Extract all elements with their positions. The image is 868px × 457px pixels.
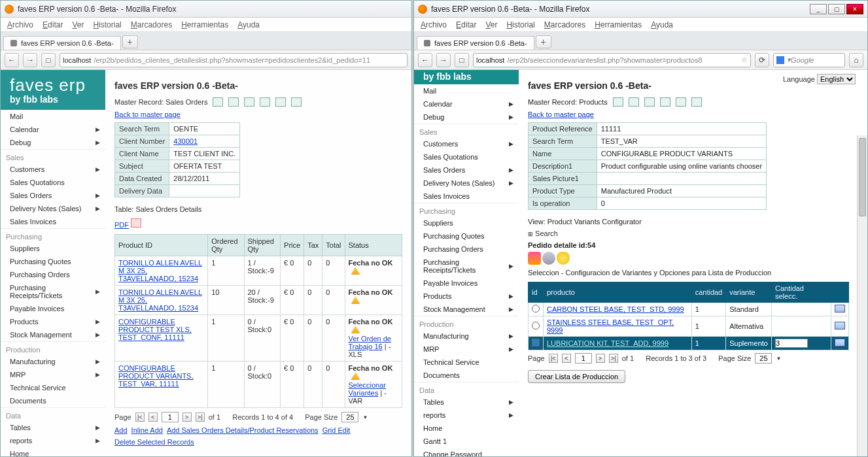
- sidebar-item[interactable]: Change Password: [414, 448, 519, 456]
- language-selector[interactable]: Language English: [783, 74, 856, 84]
- bulb-icon[interactable]: [557, 252, 570, 265]
- search-link[interactable]: Search: [535, 229, 558, 237]
- product-link[interactable]: TORNILLO ALLEN AVELL M 3X 25, T3AVELLANA…: [118, 259, 202, 282]
- sidebar-item[interactable]: Sales Invoices: [1, 215, 105, 228]
- action-icon[interactable]: [691, 97, 702, 107]
- qty-input[interactable]: [775, 339, 808, 348]
- browser-tab[interactable]: faves ERP version 0.6 -Beta-: [417, 36, 534, 50]
- sidebar-item[interactable]: Manufacturing▶: [414, 330, 519, 343]
- tool-icon[interactable]: [528, 252, 541, 265]
- sidebar-item[interactable]: Delivery Notes (Sales)▶: [414, 177, 519, 190]
- sidebar-item[interactable]: Purchasing Orders: [414, 243, 519, 256]
- sidebar-item[interactable]: Stock Management▶: [414, 303, 519, 316]
- close-button[interactable]: ✕: [846, 4, 863, 14]
- sidebar-item[interactable]: Home: [1, 447, 105, 456]
- menu-item[interactable]: Editar: [456, 20, 476, 29]
- product-link[interactable]: CARBON STEEL BASE, TEST_STD, 9999: [547, 305, 684, 313]
- action-icon[interactable]: [613, 97, 623, 107]
- menubar[interactable]: ArchivoEditarVerHistorialMarcadoresHerra…: [414, 18, 867, 32]
- menu-item[interactable]: Editar: [43, 20, 63, 29]
- back-link[interactable]: Back to master page: [528, 110, 594, 118]
- sidebar-item[interactable]: Suppliers: [1, 242, 105, 255]
- product-link[interactable]: CONFIGURABLE PRODUCT TEST XLS, TEST_CONF…: [118, 318, 192, 341]
- next-page-button[interactable]: >: [182, 413, 192, 422]
- browser-tab[interactable]: faves ERP version 0.6 -Beta-: [3, 36, 121, 50]
- col-header[interactable]: Cantidad selecc.: [771, 282, 831, 303]
- page-input[interactable]: [575, 353, 592, 364]
- maximize-button[interactable]: ▢: [828, 4, 845, 14]
- sidebar-item[interactable]: Debug▶: [414, 110, 519, 124]
- sidebar-item[interactable]: Manufacturing▶: [1, 355, 105, 368]
- product-link[interactable]: CONFIGURABLE PRODUCT VARIANTS, TEST_VAR,…: [118, 364, 194, 388]
- titlebar[interactable]: faves ERP version 0.6 -Beta- - Mozilla F…: [1, 1, 411, 18]
- sidebar-item[interactable]: Sales Quotations: [414, 150, 519, 163]
- menu-item[interactable]: Historial: [93, 20, 121, 29]
- menu-item[interactable]: Herramientas: [181, 20, 228, 29]
- url-bar[interactable]: localhost/erp2b/pedidos_clientes_detalle…: [60, 53, 408, 67]
- url-bar[interactable]: localhost/erp2b/selecciondevarianteslist…: [473, 53, 751, 67]
- page-icon-button[interactable]: □: [41, 53, 56, 67]
- row-action-icon[interactable]: [835, 339, 845, 347]
- action-icon[interactable]: [260, 97, 270, 107]
- create-list-button[interactable]: Crear Lista de Produccion: [528, 370, 625, 383]
- wrench-icon[interactable]: [542, 252, 555, 265]
- sidebar-item[interactable]: Payable Invoices: [1, 302, 105, 315]
- minimize-button[interactable]: _: [810, 4, 827, 14]
- page-size-input[interactable]: [755, 353, 772, 364]
- product-link[interactable]: LUBRICATION KIT, TEST_ADD, 9999: [547, 339, 668, 347]
- sidebar-item[interactable]: Sales Invoices: [414, 190, 519, 203]
- status-link[interactable]: Seleccionar Variantes: [349, 381, 386, 397]
- page-icon-button[interactable]: □: [455, 53, 469, 67]
- sidebar-item[interactable]: Purchasing Receipts/Tickets▶: [1, 281, 105, 302]
- product-link[interactable]: TORNILLO ALLEN AVELL M 3X 25, T3AVELLANA…: [118, 288, 202, 312]
- menu-item[interactable]: Ver: [72, 20, 84, 29]
- col-header[interactable]: Tax: [304, 235, 322, 256]
- action-icon[interactable]: [660, 97, 670, 107]
- sidebar-item[interactable]: Calendar▶: [414, 97, 519, 110]
- status-link[interactable]: Ver Orden de Trabajo 16: [349, 335, 391, 350]
- table-row[interactable]: LUBRICATION KIT, TEST_ADD, 99991Suplemen…: [529, 337, 849, 350]
- action-icon[interactable]: [291, 97, 302, 107]
- first-page-button[interactable]: |<: [549, 354, 558, 363]
- menu-item[interactable]: Ayuda: [651, 20, 673, 29]
- new-tab-button[interactable]: +: [122, 35, 138, 48]
- col-header[interactable]: Product ID: [115, 235, 208, 256]
- action-icon[interactable]: [244, 97, 254, 107]
- sidebar-item[interactable]: Mail: [414, 84, 519, 97]
- new-tab-button[interactable]: +: [536, 35, 551, 48]
- sidebar-item[interactable]: reports▶: [414, 409, 519, 422]
- sidebar-item[interactable]: Documents: [1, 394, 105, 407]
- menu-item[interactable]: Archivo: [421, 20, 447, 29]
- col-header[interactable]: cantidad: [691, 282, 726, 303]
- prev-page-button[interactable]: <: [148, 413, 158, 422]
- col-header[interactable]: Price: [281, 235, 304, 256]
- sidebar-item[interactable]: Delivery Notes (Sales)▶: [1, 202, 105, 215]
- page-input[interactable]: [162, 412, 179, 422]
- sidebar-item[interactable]: Purchasing Quotes: [1, 255, 105, 268]
- sidebar-item[interactable]: Products▶: [1, 315, 105, 328]
- sidebar-item[interactable]: MRP▶: [414, 343, 519, 356]
- col-header[interactable]: Ordered Qty: [208, 235, 244, 256]
- col-header[interactable]: producto: [544, 282, 692, 303]
- sidebar-item[interactable]: Purchasing Quotes: [414, 229, 519, 243]
- tabstrip[interactable]: faves ERP version 0.6 -Beta- +: [414, 32, 867, 50]
- sidebar-item[interactable]: Gantt 1: [414, 435, 519, 448]
- menu-item[interactable]: Archivo: [7, 20, 33, 29]
- action-icon[interactable]: [629, 97, 639, 107]
- sidebar-item[interactable]: Debug▶: [1, 136, 105, 149]
- sidebar-item[interactable]: Suppliers: [414, 216, 519, 229]
- sidebar-item[interactable]: Sales Orders▶: [414, 163, 519, 177]
- sidebar-item[interactable]: Stock Management▶: [1, 328, 105, 341]
- sidebar-item[interactable]: Sales Quotations: [1, 176, 105, 189]
- action-icon[interactable]: [213, 97, 223, 107]
- col-header[interactable]: variante: [726, 282, 772, 303]
- back-link[interactable]: Back to master page: [114, 110, 181, 118]
- forward-button[interactable]: →: [436, 53, 451, 67]
- row-radio[interactable]: [532, 305, 540, 313]
- pdf-link[interactable]: PDF: [114, 221, 129, 229]
- menu-item[interactable]: Ver: [485, 20, 497, 29]
- titlebar[interactable]: faves ERP version 0.6 -Beta- - Mozilla F…: [414, 1, 867, 18]
- row-action-icon[interactable]: [835, 305, 845, 313]
- prev-page-button[interactable]: <: [562, 354, 571, 363]
- sidebar-item[interactable]: Customers▶: [414, 137, 519, 150]
